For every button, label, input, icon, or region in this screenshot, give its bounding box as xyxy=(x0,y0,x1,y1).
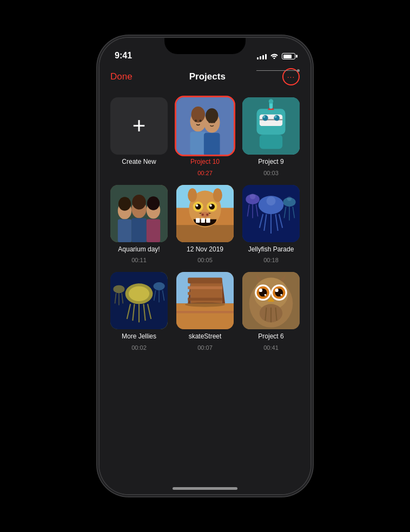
list-item[interactable]: More Jellies 00:02 xyxy=(110,272,168,351)
svg-rect-98 xyxy=(188,287,222,289)
list-item[interactable]: + Create New xyxy=(110,97,168,176)
svg-point-56 xyxy=(202,214,204,216)
project-name: Jellyfish Parade xyxy=(248,245,294,254)
svg-point-35 xyxy=(118,197,131,210)
svg-rect-95 xyxy=(188,278,222,284)
thumb-inner xyxy=(242,97,300,155)
svg-rect-100 xyxy=(188,298,222,301)
svg-rect-40 xyxy=(176,225,234,242)
svg-point-6 xyxy=(206,108,218,123)
svg-point-10 xyxy=(213,121,215,123)
project-duration: 00:41 xyxy=(263,344,279,351)
svg-rect-102 xyxy=(176,311,234,313)
signal-bar-2 xyxy=(260,56,261,59)
svg-rect-34 xyxy=(147,219,160,242)
svg-rect-53 xyxy=(201,218,205,222)
project-name: Project 6 xyxy=(258,332,283,341)
skate-street-thumbnail[interactable] xyxy=(176,272,234,329)
svg-point-116 xyxy=(264,294,266,296)
svg-point-114 xyxy=(259,289,262,292)
svg-point-26 xyxy=(274,116,276,118)
thumb-inner xyxy=(242,185,300,242)
screen: 9:41 Done Proj xyxy=(100,38,310,494)
thumb-inner xyxy=(110,185,168,242)
svg-rect-52 xyxy=(196,218,200,222)
signal-bar-1 xyxy=(257,57,259,59)
ellipsis-icon: ··· xyxy=(287,73,295,81)
phone-frame: 9:41 Done Proj xyxy=(100,38,310,494)
status-icons xyxy=(257,52,295,62)
svg-point-7 xyxy=(195,119,197,122)
project-6-thumbnail[interactable] xyxy=(242,272,300,329)
thumb-inner xyxy=(242,272,300,329)
svg-point-47 xyxy=(209,204,215,210)
list-item[interactable]: 12 Nov 2019 00:05 xyxy=(176,185,234,264)
wifi-icon xyxy=(270,52,279,61)
list-item[interactable]: skateStreet 00:07 xyxy=(176,272,234,351)
create-new-thumbnail[interactable]: + xyxy=(110,97,168,155)
thumb-inner xyxy=(176,185,234,242)
thumb-inner xyxy=(110,272,168,329)
svg-rect-4 xyxy=(204,133,220,155)
project-duration: 00:05 xyxy=(197,257,213,263)
notch xyxy=(164,38,246,54)
done-button[interactable]: Done xyxy=(110,71,133,82)
svg-point-9 xyxy=(208,121,210,123)
project-10-thumbnail[interactable] xyxy=(176,97,234,155)
jellyfish-thumbnail[interactable] xyxy=(242,185,300,242)
thumb-inner xyxy=(176,272,234,329)
create-new-thumb-inner: + xyxy=(110,97,168,155)
project-duration: 00:27 xyxy=(197,170,213,176)
project-name: More Jellies xyxy=(122,332,156,341)
project-name: Project 10 xyxy=(190,158,220,167)
battery-fill xyxy=(283,55,292,58)
svg-point-48 xyxy=(196,204,198,207)
plus-icon: + xyxy=(133,115,146,137)
project-name: Create New xyxy=(122,158,156,167)
svg-point-115 xyxy=(275,289,278,292)
list-item[interactable]: Project 10 00:27 xyxy=(176,97,234,176)
camel-thumbnail[interactable] xyxy=(176,185,234,242)
svg-point-73 xyxy=(267,196,276,205)
svg-point-117 xyxy=(280,294,282,296)
signal-bar-4 xyxy=(265,54,267,59)
svg-point-24 xyxy=(274,115,280,121)
svg-rect-99 xyxy=(188,292,222,295)
svg-point-5 xyxy=(191,107,205,123)
svg-point-74 xyxy=(250,193,256,199)
list-item[interactable]: Project 6 00:41 xyxy=(242,272,300,351)
svg-point-37 xyxy=(147,196,160,210)
svg-point-49 xyxy=(209,204,211,207)
more-jellies-thumbnail[interactable] xyxy=(110,272,168,329)
svg-rect-32 xyxy=(118,219,131,242)
project-9-thumbnail[interactable] xyxy=(242,97,300,155)
page-title: Projects xyxy=(189,71,226,82)
nav-bar: Done Projects ··· xyxy=(100,62,310,92)
svg-point-23 xyxy=(262,115,268,121)
list-item[interactable]: Jellyfish Parade 00:18 xyxy=(242,185,300,264)
svg-point-75 xyxy=(287,196,292,201)
project-duration: 00:03 xyxy=(263,170,279,176)
svg-rect-93 xyxy=(176,303,234,329)
aquarium-thumbnail[interactable] xyxy=(110,185,168,242)
svg-rect-33 xyxy=(131,218,147,242)
home-indicator[interactable] xyxy=(173,487,237,490)
svg-rect-3 xyxy=(190,132,206,155)
callout-line xyxy=(256,70,300,71)
project-duration: 00:02 xyxy=(131,344,147,351)
status-time: 9:41 xyxy=(115,51,132,62)
project-name: skateStreet xyxy=(189,332,222,341)
svg-point-78 xyxy=(129,287,149,302)
projects-grid: + Create New xyxy=(100,92,310,494)
project-name: Project 9 xyxy=(258,158,283,167)
list-item[interactable]: Project 9 00:03 xyxy=(242,97,300,176)
svg-point-36 xyxy=(132,195,146,210)
svg-point-42 xyxy=(188,188,197,202)
svg-point-57 xyxy=(206,214,208,216)
svg-point-43 xyxy=(213,188,222,202)
svg-point-25 xyxy=(263,116,265,118)
svg-point-88 xyxy=(154,282,165,290)
list-item[interactable]: Aquarium day! 00:11 xyxy=(110,185,168,264)
svg-point-46 xyxy=(195,204,201,210)
svg-point-21 xyxy=(269,99,273,103)
